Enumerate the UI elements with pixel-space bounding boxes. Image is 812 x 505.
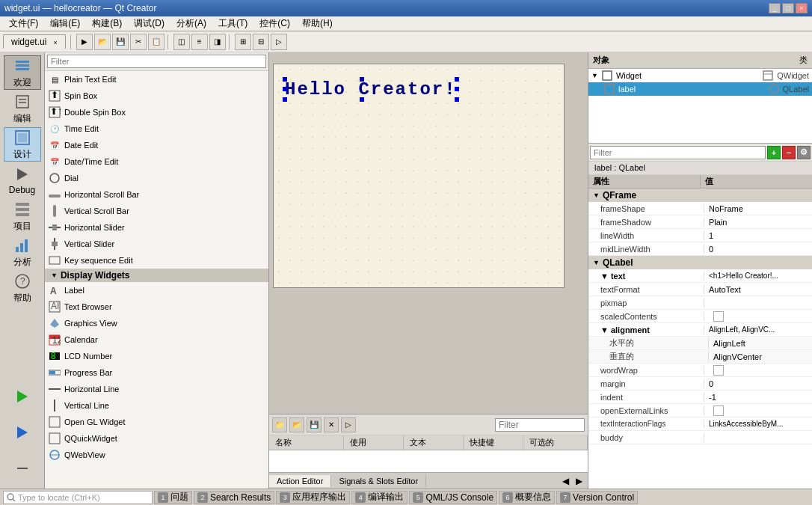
widget-item-opengl[interactable]: Open GL Widget [45,414,268,430]
openexternal-checkbox[interactable] [713,405,724,416]
prop-section-qlabel[interactable]: ▼ QLabel [588,256,812,269]
menu-edit[interactable]: 编辑(E) [44,16,86,31]
menu-debug[interactable]: 调试(D) [128,16,170,31]
toolbar-open[interactable]: 📂 [94,34,111,50]
widget-filter-input[interactable] [47,55,266,68]
prop-row-pixmap[interactable]: pixmap [588,296,812,310]
tab-widget-ui[interactable]: widget.ui × [3,34,66,49]
prop-remove-btn[interactable]: − [782,146,796,159]
close-button[interactable]: × [796,3,808,13]
category-display[interactable]: ▼ Display Widgets [45,269,268,282]
widget-item-hscrollbar[interactable]: Horizontal Scroll Bar [45,186,268,203]
prop-row-openexternal[interactable]: openExternalLinks [588,404,812,417]
widget-item-qwebview[interactable]: QWebView [45,447,268,463]
prop-row-indent[interactable]: indent -1 [588,391,812,404]
status-item-4[interactable]: 4 编译输出 [351,491,407,504]
prop-row-buddy[interactable]: buddy [588,431,812,444]
toolbar-new[interactable]: ▶ [76,34,93,50]
status-item-5[interactable]: 5 QML/JS Console [409,491,497,504]
form-widget[interactable]: Hello Creator! [273,64,565,288]
action-run-btn[interactable]: ▷ [341,417,356,432]
minimize-button[interactable]: _ [769,3,781,13]
obj-item-label[interactable]: label QLabel [588,82,812,96]
menu-build[interactable]: 构建(B) [86,16,128,31]
prop-row-linewidth[interactable]: lineWidth 1 [588,229,812,242]
prop-row-text[interactable]: ▼ text <h1>Hello Creator!... [588,269,812,283]
tool-run[interactable] [4,379,41,414]
widget-item-datetime-edit[interactable]: 📅 Date/Time Edit [45,153,268,170]
prop-row-scaledcontents[interactable]: scaledContents [588,310,812,323]
widget-item-text-browser[interactable]: AI Text Browser [45,299,268,315]
toolbar-save[interactable]: 💾 [112,34,129,50]
widget-item-dial[interactable]: Dial [45,170,268,186]
prop-section-qframe[interactable]: ▼ QFrame [588,189,812,202]
label-widget[interactable]: Hello Creator! [285,79,457,100]
tab-close-button[interactable]: × [53,39,57,46]
action-filter-input[interactable] [495,418,585,432]
prop-row-frameshadow[interactable]: frameShadow Plain [588,215,812,229]
prop-config-btn[interactable]: ⚙ [797,146,811,159]
widget-item-calendar[interactable]: 12 Calendar [45,331,268,348]
toolbar-align-left[interactable]: ◫ [173,34,190,50]
toolbar-align-center[interactable]: ≡ [191,34,208,50]
nav-left[interactable]: ◀ [559,475,571,487]
prop-row-horizontal[interactable]: 水平的 AlignLeft [588,337,812,350]
widget-item-vscrollbar[interactable]: Vertical Scroll Bar [45,203,268,219]
status-item-6[interactable]: 6 概要信息 [499,491,555,504]
widget-item-vline[interactable]: Vertical Line [45,397,268,414]
menu-tools[interactable]: 工具(T) [212,16,253,31]
tool-debug[interactable]: Debug [4,163,41,198]
obj-item-widget[interactable]: ▼ Widget QWidget [588,69,812,82]
prop-row-margin[interactable]: margin 0 [588,377,812,391]
status-item-1[interactable]: 1 问题 [154,491,192,504]
prop-row-vertical[interactable]: 垂直的 AlignVCenter [588,350,812,364]
tool-edit[interactable]: 编辑 [4,91,41,126]
prop-row-frameshape[interactable]: frameShape NoFrame [588,202,812,215]
widget-item-keyseq[interactable]: Key sequence Edit [45,252,268,269]
action-delete-btn[interactable]: ✕ [324,417,339,432]
widget-item-hslider[interactable]: Horizontal Slider [45,219,268,236]
tool-design[interactable]: 设计 [4,127,41,162]
toolbar-copy[interactable]: 📋 [148,34,164,50]
status-item-3[interactable]: 3 应用程序输出 [276,491,350,504]
tab-signals-slots[interactable]: Signals & Slots Editor [331,475,426,487]
menu-file[interactable]: 文件(F) [3,16,44,31]
menu-help[interactable]: 帮助(H) [296,16,339,31]
nav-right[interactable]: ▶ [573,475,585,487]
tool-debug-run[interactable] [4,415,41,450]
widget-item-time-edit[interactable]: 🕐 Time Edit [45,120,268,137]
action-save-btn[interactable]: 💾 [307,417,322,432]
tool-analyze[interactable]: 分析 [4,235,41,269]
widget-item-qquick[interactable]: QQuickWidget [45,430,268,447]
tab-action-editor[interactable]: Action Editor [269,475,331,487]
widget-item-date-edit[interactable]: 📅 Date Edit [45,137,268,153]
prop-row-textinteraction[interactable]: textInteractionFlags LinksAccessibleByM.… [588,417,812,431]
toolbar-preview[interactable]: ▷ [271,34,287,50]
toolbar-grid[interactable]: ⊞ [235,34,251,50]
toolbar-layout[interactable]: ⊟ [253,34,269,50]
widget-item-spin-box[interactable]: ⬆ Spin Box [45,88,268,104]
prop-row-textformat[interactable]: textFormat AutoText [588,283,812,296]
toolbar-cut[interactable]: ✂ [130,34,147,50]
widget-item-lcd-number[interactable]: 8 LCD Number [45,348,268,364]
prop-row-alignment[interactable]: ▼ alignment AlignLeft, AlignVC... [588,323,812,337]
canvas-area[interactable]: Hello Creator! [269,52,588,414]
tool-welcome[interactable]: 欢迎 [4,55,41,90]
window-controls[interactable]: _ □ × [769,3,808,13]
status-search-input[interactable]: Type to locate (Ctrl+K) [3,491,153,504]
menu-analyze[interactable]: 分析(A) [170,16,212,31]
tool-settings[interactable] [4,451,41,486]
wordwrap-checkbox[interactable] [713,365,724,376]
tool-projects[interactable]: 项目 [4,199,41,233]
action-open-btn[interactable]: 📂 [289,417,304,432]
prop-add-btn[interactable]: + [767,146,781,159]
widget-item-graphics-view[interactable]: Graphics View [45,315,268,331]
widget-item-hline[interactable]: Horizontal Line [45,381,268,397]
prop-row-midlinewidth[interactable]: midLineWidth 0 [588,242,812,256]
property-filter-input[interactable] [590,146,766,159]
status-item-2[interactable]: 2 Search Results [194,491,274,504]
prop-row-wordwrap[interactable]: wordWrap [588,364,812,377]
widget-item-vslider[interactable]: Vertical Slider [45,236,268,252]
action-new-btn[interactable]: 📁 [272,417,287,432]
widget-item-plain-text[interactable]: ▤ Plain Text Edit [45,71,268,88]
